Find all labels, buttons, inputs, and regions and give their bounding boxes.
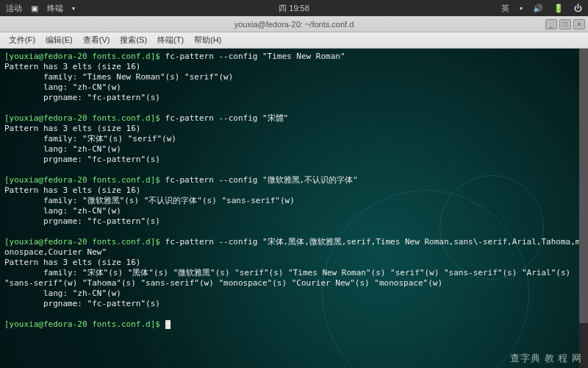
scrollbar[interactable] — [579, 49, 588, 368]
window-title: youxia@fedora-20: ~/fonts.conf.d — [234, 20, 354, 29]
cursor — [165, 320, 171, 329]
battery-icon[interactable]: 🔋 — [553, 4, 564, 13]
chevron-down-icon: ▾ — [520, 5, 523, 12]
activities-button[interactable]: 活动 — [6, 3, 22, 14]
watermark: 查字典 教 程 网 — [510, 352, 582, 365]
volume-icon[interactable]: 🔊 — [533, 4, 543, 13]
menu-edit[interactable]: 编辑(E) — [41, 33, 77, 47]
close-button[interactable]: × — [573, 19, 585, 29]
menu-view[interactable]: 查看(V) — [79, 33, 115, 47]
terminal-output[interactable]: [youxia@fedora-20 fonts.conf.d]$ fc-patt… — [0, 49, 588, 333]
terminal-app-icon: ▣ — [31, 4, 38, 13]
app-name[interactable]: 终端 — [47, 3, 63, 14]
clock[interactable]: 四 19:58 — [279, 4, 309, 13]
menubar: 文件(F) 编辑(E) 查看(V) 搜索(S) 终端(T) 帮助(H) — [0, 32, 588, 49]
terminal-area[interactable]: [youxia@fedora-20 fonts.conf.d]$ fc-patt… — [0, 49, 588, 368]
input-lang[interactable]: 英 — [501, 3, 509, 14]
maximize-button[interactable]: □ — [559, 19, 571, 29]
scroll-thumb[interactable] — [579, 49, 588, 323]
menu-search[interactable]: 搜索(S) — [115, 33, 151, 47]
window-titlebar[interactable]: youxia@fedora-20: ~/fonts.conf.d _ □ × — [0, 16, 588, 32]
menu-help[interactable]: 帮助(H) — [190, 33, 226, 47]
chevron-down-icon: ▾ — [72, 5, 75, 12]
gnome-topbar: 活动 ▣ 终端 ▾ 四 19:58 英 ▾ 🔊 🔋 ⏻ — [0, 0, 588, 16]
power-icon[interactable]: ⏻ — [574, 4, 582, 13]
minimize-button[interactable]: _ — [545, 19, 557, 29]
menu-terminal[interactable]: 终端(T) — [153, 33, 188, 47]
menu-file[interactable]: 文件(F) — [4, 33, 40, 47]
